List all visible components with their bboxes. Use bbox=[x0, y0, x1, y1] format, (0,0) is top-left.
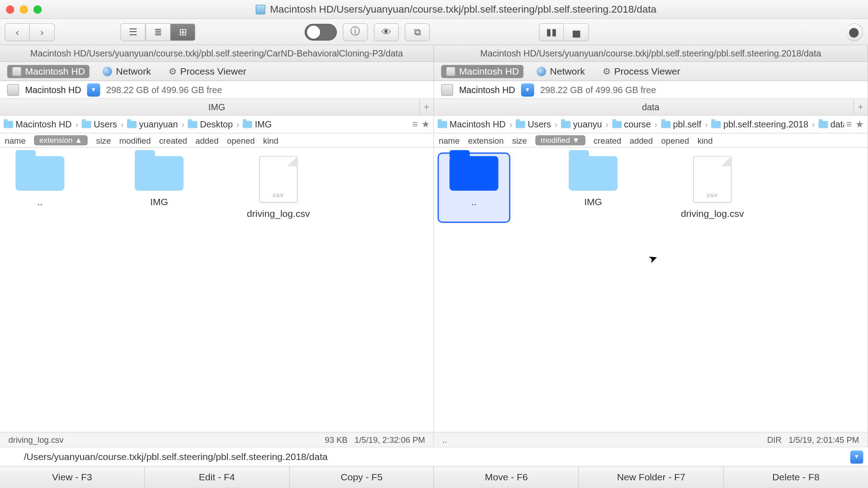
left-shelf-network[interactable]: Network bbox=[98, 65, 156, 78]
col-opened[interactable]: opened bbox=[227, 136, 255, 145]
col-extension[interactable]: extension bbox=[468, 136, 504, 145]
fkey-button[interactable]: Move - F6 bbox=[434, 467, 579, 488]
fkey-button[interactable]: Copy - F5 bbox=[289, 467, 434, 488]
right-path-tab[interactable]: Macintosh HD/Users/yuanyuan/course.txkj/… bbox=[434, 45, 868, 61]
breadcrumb-seg[interactable]: pbl.self.steering.2018 bbox=[712, 119, 808, 129]
col-added[interactable]: added bbox=[195, 136, 218, 145]
dark-toggle[interactable] bbox=[305, 23, 337, 40]
col-added[interactable]: added bbox=[630, 136, 653, 145]
col-extension[interactable]: extension ▲ bbox=[34, 135, 88, 145]
left-breadcrumb: Macintosh HD›Users›yuanyuan›Desktop›IMG … bbox=[0, 116, 434, 133]
globe-icon bbox=[103, 66, 112, 76]
globe-icon bbox=[537, 66, 546, 76]
file-item[interactable]: .. bbox=[441, 156, 507, 219]
right-add-tab[interactable]: + bbox=[853, 99, 868, 115]
col-size[interactable]: size bbox=[512, 136, 527, 145]
right-status: .. DIR 1/5/19, 2:01:45 PM bbox=[434, 432, 868, 447]
col-name[interactable]: name bbox=[5, 136, 26, 145]
breadcrumb-seg[interactable]: pbl.self bbox=[661, 119, 701, 129]
left-column-headers: nameextension ▲sizemodifiedcreatedaddedo… bbox=[0, 133, 434, 147]
breadcrumb-seg[interactable]: Desktop bbox=[188, 119, 233, 129]
breadcrumb-seg[interactable]: course bbox=[612, 119, 651, 129]
right-drive-name[interactable]: Macintosh HD bbox=[459, 84, 515, 94]
file-label: driving_log.csv bbox=[681, 209, 744, 220]
breadcrumb-seg[interactable]: Macintosh HD bbox=[4, 119, 72, 129]
col-kind[interactable]: kind bbox=[698, 136, 713, 145]
breadcrumb-seg[interactable]: Macintosh HD bbox=[438, 119, 506, 129]
fkey-button[interactable]: View - F3 bbox=[0, 467, 145, 488]
col-modified[interactable]: modified bbox=[119, 136, 151, 145]
left-drive-dropdown[interactable]: ▾ bbox=[87, 83, 100, 96]
right-drive-dropdown[interactable]: ▾ bbox=[521, 83, 534, 96]
zoom-icon[interactable] bbox=[33, 5, 42, 13]
file-label: driving_log.csv bbox=[247, 209, 310, 220]
drive-icon bbox=[441, 84, 453, 95]
compare-button[interactable]: ⧉ bbox=[405, 23, 429, 41]
info-button[interactable]: ⓘ bbox=[343, 23, 368, 41]
breadcrumb-seg[interactable]: IMG bbox=[243, 119, 272, 129]
left-shelf-hd[interactable]: Macintosh HD bbox=[7, 65, 90, 78]
user-button[interactable]: ⬤ bbox=[845, 23, 863, 41]
fkey-button[interactable]: Edit - F4 bbox=[145, 467, 289, 488]
left-add-tab[interactable]: + bbox=[419, 99, 434, 115]
col-opened[interactable]: opened bbox=[661, 136, 689, 145]
right-shelf-network[interactable]: Network bbox=[532, 65, 590, 78]
right-column-headers: nameextensionsizemodified ▼createdaddedo… bbox=[434, 133, 868, 147]
main-toolbar: ‹ › ☰ ≣ ⊞ ⓘ 👁 ⧉ ▮▮ ▅ ⬤ bbox=[0, 19, 868, 45]
file-item[interactable]: driving_log.csv bbox=[679, 156, 745, 219]
right-list-toggle[interactable]: ≡ bbox=[846, 119, 852, 130]
left-list-toggle[interactable]: ≡ bbox=[412, 119, 418, 130]
left-star[interactable]: ★ bbox=[421, 118, 429, 130]
cursor-icon: ➤ bbox=[646, 251, 660, 266]
terminal-button[interactable]: ▅ bbox=[564, 23, 589, 41]
left-shelf-process[interactable]: ⚙Process Viewer bbox=[164, 65, 251, 78]
left-folder-tab[interactable]: IMG + bbox=[0, 99, 434, 115]
dual-pane-button[interactable]: ▮▮ bbox=[539, 23, 564, 41]
command-line[interactable]: ▾ bbox=[0, 447, 868, 466]
left-drive-name[interactable]: Macintosh HD bbox=[25, 84, 81, 94]
file-item[interactable]: .. bbox=[7, 156, 73, 219]
path-tabs: Macintosh HD/Users/yuanyuan/course.txkj/… bbox=[0, 45, 868, 62]
breadcrumb-seg[interactable]: Users bbox=[516, 119, 551, 129]
folder-icon bbox=[127, 121, 137, 128]
fkey-button[interactable]: Delete - F8 bbox=[724, 467, 868, 488]
col-kind[interactable]: kind bbox=[263, 136, 278, 145]
folder-icon bbox=[561, 121, 571, 128]
col-size[interactable]: size bbox=[96, 136, 111, 145]
breadcrumb-seg[interactable]: Users bbox=[82, 119, 117, 129]
folder-icon bbox=[438, 121, 447, 128]
minimize-icon[interactable] bbox=[20, 5, 28, 13]
col-created[interactable]: created bbox=[159, 136, 187, 145]
command-dropdown[interactable]: ▾ bbox=[850, 450, 863, 463]
command-input[interactable] bbox=[24, 451, 844, 462]
left-path-tab[interactable]: Macintosh HD/Users/yuanyuan/course.txkj/… bbox=[0, 45, 434, 61]
view-columns-button[interactable]: ≣ bbox=[146, 23, 170, 41]
col-modified[interactable]: modified ▼ bbox=[535, 135, 585, 145]
view-icons-button[interactable]: ⊞ bbox=[170, 23, 195, 41]
breadcrumb-seg[interactable]: yuanyu bbox=[561, 119, 602, 129]
col-created[interactable]: created bbox=[594, 136, 622, 145]
right-folder-tab[interactable]: data + bbox=[434, 99, 868, 115]
breadcrumb-seg[interactable]: data bbox=[818, 119, 844, 129]
right-shelf-process[interactable]: ⚙Process Viewer bbox=[598, 65, 685, 78]
file-item[interactable]: driving_log.csv bbox=[245, 156, 311, 219]
drive-icon bbox=[7, 84, 19, 95]
close-icon[interactable] bbox=[6, 5, 14, 13]
back-button[interactable]: ‹ bbox=[5, 23, 30, 41]
view-list-button[interactable]: ☰ bbox=[120, 23, 145, 41]
quicklook-button[interactable]: 👁 bbox=[374, 23, 399, 41]
col-name[interactable]: name bbox=[439, 136, 460, 145]
file-label: .. bbox=[37, 197, 42, 207]
breadcrumb-seg[interactable]: yuanyuan bbox=[127, 119, 178, 129]
fkey-button[interactable]: New Folder - F7 bbox=[579, 467, 724, 488]
right-breadcrumb: Macintosh HD›Users›yuanyu›course›pbl.sel… bbox=[434, 116, 868, 133]
right-shelf-hd[interactable]: Macintosh HD bbox=[441, 65, 524, 78]
forward-button[interactable]: › bbox=[30, 23, 55, 41]
file-item[interactable]: IMG bbox=[561, 156, 626, 219]
right-pane[interactable]: ➤ ..IMGdriving_log.csv bbox=[434, 148, 868, 432]
right-star[interactable]: ★ bbox=[855, 118, 863, 130]
folder-icon bbox=[661, 121, 670, 128]
window-title: Macintosh HD/Users/yuanyuan/course.txkj/… bbox=[270, 3, 656, 15]
file-item[interactable]: IMG bbox=[127, 156, 192, 219]
left-pane[interactable]: ..IMGdriving_log.csv bbox=[0, 148, 434, 432]
